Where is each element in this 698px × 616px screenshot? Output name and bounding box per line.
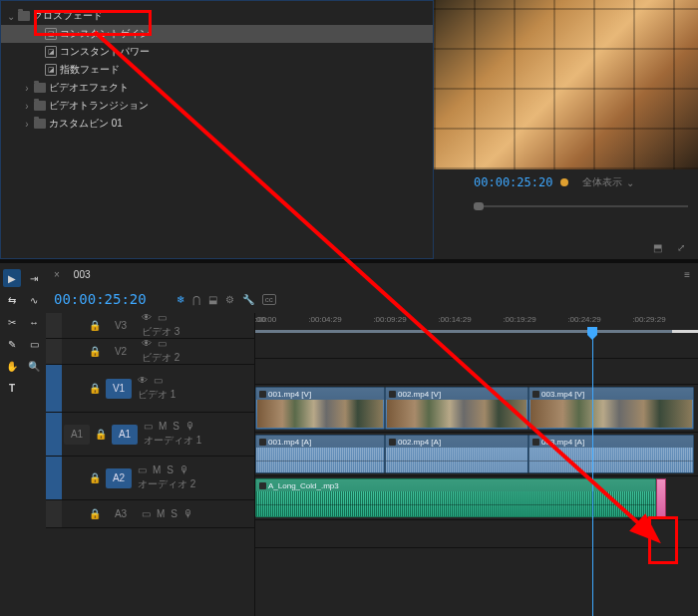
lane-v2[interactable] — [255, 359, 698, 385]
clip[interactable]: 003.mp4 [A] — [528, 435, 694, 473]
rectangle-tool[interactable]: ▭ — [25, 335, 43, 353]
slip-tool[interactable]: ↔ — [25, 313, 43, 331]
clip-title: 002.mp4 [A] — [398, 438, 441, 447]
track-header-v1[interactable]: 🔒 V1 👁▭ ビデオ 1 — [46, 365, 254, 413]
ruler-tick: :00:14:29 — [438, 315, 471, 324]
fx-badge-icon — [532, 391, 539, 398]
source-patch-a1[interactable]: A1 — [64, 425, 90, 445]
clip[interactable]: 001.mp4 [V] — [255, 387, 385, 430]
track-header-a1[interactable]: A1 🔒 A1 ▭ M S 🎙 オーディオ 1 — [46, 413, 254, 457]
selection-tool[interactable]: ▶ — [3, 269, 21, 287]
zoom-dropdown[interactable]: 全体表示 ⌄ — [576, 173, 640, 191]
rate-stretch-tool[interactable]: ∿ — [25, 291, 43, 309]
source-patch-v1[interactable]: V1 — [106, 379, 132, 399]
tool-overflow[interactable] — [25, 379, 43, 397]
tree-label: 指数フェード — [60, 63, 120, 77]
target-a2[interactable]: A2 — [106, 468, 132, 488]
program-monitor-video[interactable] — [434, 0, 698, 169]
lock-icon[interactable]: 🔒 — [90, 429, 112, 440]
mute-button[interactable]: M — [157, 508, 165, 519]
clip[interactable]: 002.mp4 [A] — [385, 435, 528, 473]
timeline-settings-icon[interactable]: ⚙ — [225, 294, 234, 305]
ruler-tick: :00:00 — [255, 315, 276, 324]
tree-folder-video-effects[interactable]: › ビデオエフェクト — [1, 79, 433, 97]
track-select-tool[interactable]: ⇥ — [25, 269, 43, 287]
wrench-icon[interactable]: 🔧 — [242, 294, 254, 305]
lane-a1[interactable]: 001.mp4 [A]002.mp4 [A]003.mp4 [A] — [255, 433, 698, 476]
lane-a3[interactable] — [255, 520, 698, 548]
folder-icon — [34, 101, 46, 111]
solo-button[interactable]: S — [171, 508, 177, 519]
add-marker-icon[interactable]: ⬓ — [208, 294, 217, 305]
lock-icon[interactable]: 🔒 — [84, 383, 106, 394]
track-name: V2 — [106, 346, 136, 357]
track-label: ビデオ 2 — [142, 351, 248, 365]
toggle-output-icon[interactable]: 👁 — [138, 375, 148, 386]
target-a1[interactable]: A1 — [112, 425, 138, 445]
track-header-a3[interactable]: 🔒 A3 ▭ M S 🎙 — [46, 500, 254, 528]
sequence-tab[interactable]: 003 — [68, 267, 97, 282]
clip[interactable]: 001.mp4 [A] — [255, 435, 385, 473]
monitor-settings-icon[interactable]: ⬒ — [650, 240, 664, 254]
monitor-output-icon[interactable]: ⤢ — [674, 240, 688, 254]
toggle-output-icon[interactable]: 👁 — [142, 312, 152, 323]
tree-folder-custom-bin[interactable]: › カスタムビン 01 — [1, 115, 433, 133]
voice-over-icon[interactable]: 🎙 — [179, 464, 189, 475]
fx-badge-icon — [259, 439, 266, 446]
tree-folder-video-transitions[interactable]: › ビデオトランジション — [1, 97, 433, 115]
program-timecode[interactable]: 00:00:25:20 — [474, 175, 552, 189]
clip-title: 003.mp4 [A] — [541, 438, 584, 447]
timeline-timecode[interactable]: 00:00:25:20 — [54, 291, 147, 307]
folder-icon — [18, 11, 30, 21]
linked-selection-icon[interactable]: ⋂ — [192, 294, 200, 305]
film-icon: ▭ — [142, 508, 151, 519]
clip[interactable]: 002.mp4 [V] — [385, 387, 528, 430]
cc-icon[interactable]: cc — [262, 294, 276, 305]
timeline-track-area[interactable]: :00:00:00:00:00:04:29:00:09:29:00:14:29:… — [255, 313, 698, 616]
clip-title: 001.mp4 [V] — [268, 390, 311, 399]
panel-menu-icon[interactable]: ≡ — [684, 269, 690, 280]
razor-tool[interactable]: ✂ — [3, 313, 21, 331]
type-tool[interactable]: T — [3, 379, 21, 397]
tree-label: ビデオエフェクト — [49, 81, 129, 95]
sequence-close-icon[interactable]: × — [54, 269, 60, 280]
hand-tool[interactable]: ✋ — [3, 357, 21, 375]
lane-v1[interactable]: 001.mp4 [V]002.mp4 [V]003.mp4 [V] — [255, 385, 698, 433]
audio-transition-icon: ◪ — [45, 64, 57, 76]
ripple-edit-tool[interactable]: ⇆ — [3, 291, 21, 309]
mute-button[interactable]: M — [159, 421, 167, 432]
tree-item-exponential-fade[interactable]: ◪ 指数フェード — [1, 61, 433, 79]
annotation-box-source — [34, 10, 152, 36]
program-scrollbar[interactable] — [474, 199, 698, 213]
mute-button[interactable]: M — [153, 464, 161, 475]
chevron-down-icon: ⌄ — [7, 11, 15, 22]
lock-icon[interactable]: 🔒 — [84, 320, 106, 331]
clip-title: 002.mp4 [V] — [398, 390, 441, 399]
tree-item-constant-power[interactable]: ◪ コンスタントパワー — [1, 43, 433, 61]
zoom-label: 全体表示 — [582, 175, 622, 189]
lock-icon[interactable]: 🔒 — [84, 472, 106, 483]
pen-tool[interactable]: ✎ — [3, 335, 21, 353]
track-header-v2[interactable]: 🔒 V2 👁▭ ビデオ 2 — [46, 339, 254, 365]
lane-a2[interactable]: A_Long_Cold_.mp3 — [255, 476, 698, 520]
voice-over-icon[interactable]: 🎙 — [185, 421, 195, 432]
lock-icon[interactable]: 🔒 — [84, 508, 106, 519]
clip[interactable]: A_Long_Cold_.mp3 — [255, 478, 656, 517]
audio-transition-constant-gain[interactable] — [656, 478, 666, 517]
zoom-tool[interactable]: 🔍 — [25, 357, 43, 375]
clip-title: A_Long_Cold_.mp3 — [268, 481, 339, 490]
toggle-output-icon[interactable]: 👁 — [142, 338, 152, 349]
voice-over-icon[interactable]: 🎙 — [183, 508, 193, 519]
time-ruler[interactable]: :00:00:00:00:00:04:29:00:09:29:00:14:29:… — [255, 313, 698, 333]
track-header-a2[interactable]: 🔒 A2 ▭ M S 🎙 オーディオ 2 — [46, 457, 254, 500]
lane-v3[interactable] — [255, 333, 698, 359]
playhead-icon[interactable] — [587, 327, 597, 335]
lock-icon[interactable]: 🔒 — [84, 346, 106, 357]
clip[interactable]: 003.mp4 [V] — [528, 387, 694, 430]
tree-label: カスタムビン 01 — [49, 117, 123, 131]
solo-button[interactable]: S — [173, 421, 179, 432]
solo-button[interactable]: S — [167, 464, 174, 475]
snap-icon[interactable]: ❄ — [176, 294, 184, 305]
fx-badge-icon — [389, 391, 396, 398]
scroll-thumb[interactable] — [474, 202, 484, 210]
